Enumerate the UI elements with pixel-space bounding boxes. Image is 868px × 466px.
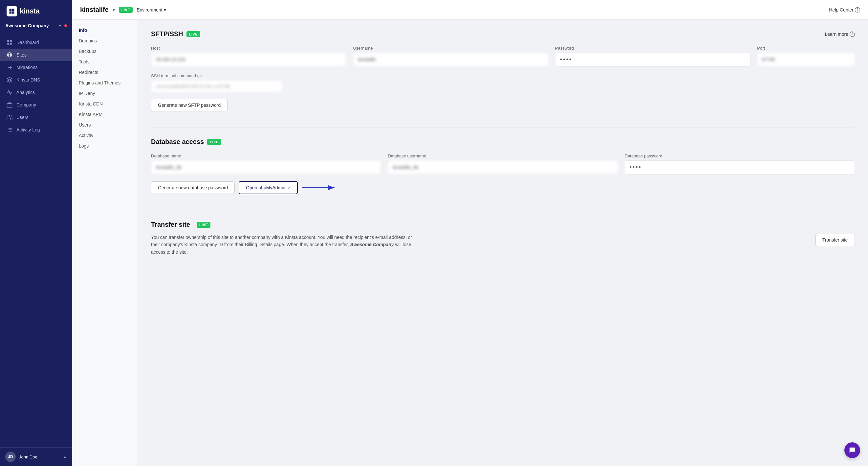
sub-nav-ip-deny[interactable]: IP Deny: [72, 88, 137, 98]
learn-more-icon: ?: [849, 32, 855, 37]
main-nav: Dashboard Sites Migrations Kinsta DNS An…: [0, 33, 72, 447]
sftp-title-row: SFTP/SSH LIVE: [151, 30, 200, 38]
database-fields: Database name kinstalife_db Database use…: [151, 153, 855, 175]
sftp-section-header: SFTP/SSH LIVE Learn more ?: [151, 30, 855, 38]
phpmyadmin-wrapper: Open phpMyAdmin ↗: [239, 181, 298, 194]
logo-text: kinsta: [20, 7, 40, 16]
svg-rect-0: [9, 9, 12, 11]
learn-more-button[interactable]: Learn more ?: [825, 32, 855, 37]
generate-sftp-password-button[interactable]: Generate new SFTP password: [151, 99, 227, 111]
db-password-value: ••••: [625, 161, 855, 175]
sub-sidebar: Info Domains Backups Tools Redirects Plu…: [72, 20, 138, 466]
sub-nav-info[interactable]: Info: [72, 25, 137, 35]
environment-chevron-icon: ▾: [164, 7, 166, 12]
help-center-label: Help Center: [829, 7, 854, 12]
db-password-label: Database password: [625, 153, 855, 158]
transfer-title: Transfer site: [151, 221, 190, 228]
svg-rect-11: [7, 104, 12, 107]
password-field: Password ••••: [555, 46, 750, 67]
transfer-section: Transfer site LIVE You can transfer owne…: [151, 221, 855, 262]
sub-nav-users[interactable]: Users: [72, 120, 137, 130]
sidebar-item-kinsta-dns[interactable]: Kinsta DNS: [0, 74, 72, 86]
sidebar-label-migrations: Migrations: [17, 65, 38, 70]
db-name-field: Database name kinstalife_db: [151, 153, 381, 175]
main-wrapper: kinstalife ▾ LIVE Environment ▾ Help Cen…: [72, 0, 868, 466]
db-username-label: Database username: [388, 153, 618, 158]
generate-db-password-button[interactable]: Generate new database password: [151, 181, 235, 194]
sidebar-label-kinsta-dns: Kinsta DNS: [17, 77, 40, 83]
user-chevron-icon: ▲: [63, 455, 67, 459]
transfer-company-name: Awesome Company: [350, 242, 394, 247]
sftp-title: SFTP/SSH: [151, 30, 183, 38]
sidebar-item-users[interactable]: Users: [0, 111, 72, 123]
database-actions: Generate new database password Open phpM…: [151, 181, 855, 194]
topbar-right: Help Center ?: [829, 7, 860, 12]
transfer-content-row: You can transfer ownership of this site …: [151, 234, 855, 262]
host-value: 35.200.15.234: [151, 53, 346, 66]
sub-nav-kinsta-apm[interactable]: Kinsta APM: [72, 109, 137, 120]
sub-nav-plugins-themes[interactable]: Plugins and Themes: [72, 78, 137, 88]
sidebar: kinsta Awesome Company ▾ Dashboard Sites…: [0, 0, 72, 466]
user-name: John Doe: [19, 455, 37, 460]
sidebar-item-sites[interactable]: Sites: [0, 49, 72, 61]
username-value: kinstalife: [353, 53, 548, 66]
chat-icon: [849, 446, 856, 454]
user-info[interactable]: JD John Doe: [5, 452, 37, 462]
environment-selector[interactable]: Environment ▾: [136, 7, 166, 12]
company-name: Awesome Company: [5, 23, 49, 28]
sub-nav-backups[interactable]: Backups: [72, 46, 137, 57]
database-title: Database access: [151, 138, 204, 146]
svg-rect-6: [7, 43, 9, 45]
sidebar-item-activity-log[interactable]: Activity Log: [0, 123, 72, 136]
host-field: Host 35.200.15.234: [151, 46, 346, 67]
sftp-actions: Generate new SFTP password: [151, 99, 855, 111]
sidebar-item-analytics[interactable]: Analytics: [0, 86, 72, 98]
sidebar-label-company: Company: [17, 102, 36, 108]
sftp-fields: Host 35.200.15.234 Username kinstalife P…: [151, 46, 855, 67]
host-label: Host: [151, 46, 346, 51]
sidebar-label-dashboard: Dashboard: [17, 40, 39, 45]
ssh-command-value: ssh kinstalife@35.200.15.234 -p 67788: [151, 80, 282, 92]
topbar: kinstalife ▾ LIVE Environment ▾ Help Cen…: [72, 0, 868, 20]
transfer-description: You can transfer ownership of this site …: [151, 234, 414, 256]
sidebar-item-company[interactable]: Company: [0, 98, 72, 111]
notification-dot: [64, 24, 67, 27]
port-value: 67788: [757, 53, 855, 66]
port-field: Port 67788: [757, 46, 855, 67]
sub-nav-domains[interactable]: Domains: [72, 35, 137, 46]
transfer-title-row: Transfer site LIVE: [151, 221, 855, 228]
username-label: Username: [353, 46, 548, 51]
sub-nav-redirects[interactable]: Redirects: [72, 67, 137, 78]
sidebar-label-analytics: Analytics: [17, 90, 35, 95]
ssh-help-icon: ?: [197, 74, 202, 78]
db-name-value: kinstalife_db: [151, 161, 381, 174]
sidebar-item-migrations[interactable]: Migrations: [0, 61, 72, 74]
learn-more-label: Learn more: [825, 32, 848, 37]
username-field: Username kinstalife: [353, 46, 548, 67]
help-center-button[interactable]: Help Center ?: [829, 7, 860, 12]
transfer-site-button[interactable]: Transfer site: [815, 234, 855, 246]
open-phpmyadmin-button[interactable]: Open phpMyAdmin ↗: [239, 181, 298, 194]
sftp-live-badge: LIVE: [186, 31, 200, 37]
db-username-field: Database username kinstalife_db: [388, 153, 618, 175]
sub-nav-tools[interactable]: Tools: [72, 57, 137, 67]
divider-2: [151, 210, 855, 210]
help-center-icon: ?: [855, 7, 860, 12]
logo-area: kinsta: [0, 0, 72, 20]
sidebar-item-dashboard[interactable]: Dashboard: [0, 36, 72, 49]
sub-nav-kinsta-cdn[interactable]: Kinsta CDN: [72, 98, 137, 109]
sidebar-label-sites: Sites: [17, 52, 27, 58]
sub-nav-logs[interactable]: Logs: [72, 141, 137, 151]
sub-nav-activity[interactable]: Activity: [72, 130, 137, 141]
company-selector[interactable]: Awesome Company ▾: [0, 20, 72, 33]
phpmyadmin-arrow-annotation: [299, 183, 338, 193]
avatar: JD: [5, 452, 16, 462]
topbar-live-badge: LIVE: [119, 7, 133, 13]
environment-label: Environment: [136, 7, 162, 12]
db-name-label: Database name: [151, 153, 381, 158]
site-chevron-icon[interactable]: ▾: [113, 7, 115, 12]
db-password-field: Database password ••••: [625, 153, 855, 175]
database-title-row: Database access LIVE: [151, 138, 221, 146]
chat-bubble[interactable]: [844, 442, 860, 458]
topbar-left: kinstalife ▾ LIVE Environment ▾: [80, 6, 166, 13]
